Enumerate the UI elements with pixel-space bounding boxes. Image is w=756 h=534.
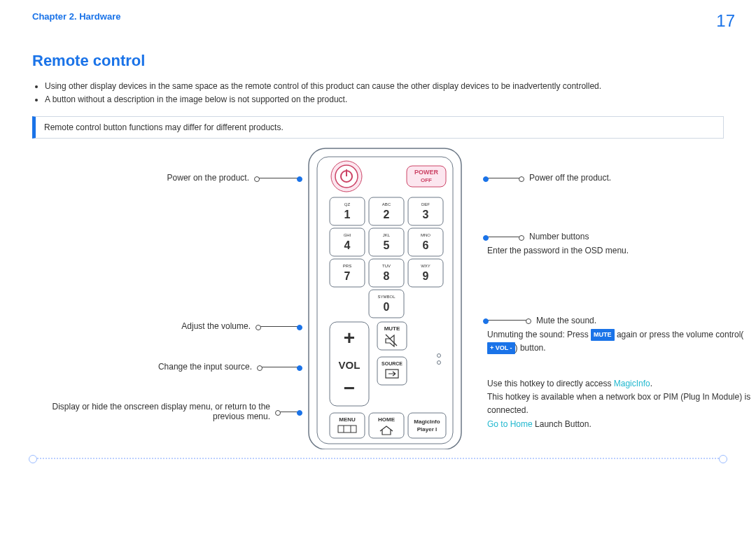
svg-text:0: 0 bbox=[384, 301, 390, 313]
label-magicinfo-desc: This hotkey is available when a network … bbox=[487, 391, 756, 417]
svg-text:−: − bbox=[344, 377, 355, 399]
mute-tag-icon: MUTE bbox=[591, 329, 615, 340]
label-power-on: Power on the product. bbox=[167, 173, 249, 183]
svg-text:QZ: QZ bbox=[344, 202, 351, 206]
svg-text:MNO: MNO bbox=[421, 233, 430, 237]
label-number-buttons: Number buttons bbox=[529, 232, 589, 241]
svg-text:9: 9 bbox=[423, 270, 429, 282]
svg-text:8: 8 bbox=[384, 270, 390, 282]
page-divider bbox=[32, 458, 724, 459]
label-mute: Mute the sound. bbox=[536, 316, 596, 325]
svg-text:7: 7 bbox=[344, 270, 351, 282]
header-bar: Chapter 2. Hardware 17 bbox=[0, 0, 756, 38]
svg-text:SOURCE: SOURCE bbox=[382, 361, 402, 366]
svg-text:DEF: DEF bbox=[421, 202, 430, 206]
svg-rect-46 bbox=[408, 413, 446, 438]
svg-text:3: 3 bbox=[423, 209, 429, 220]
label-magicinfo: Use this hotkey to directly access Magic… bbox=[487, 377, 756, 391]
svg-text:GHI: GHI bbox=[344, 233, 351, 237]
note-box: Remote control button functions may diff… bbox=[32, 116, 724, 139]
page-title: Remote control bbox=[32, 52, 724, 70]
label-mute-desc: Unmuting the sound: Press MUTE again or … bbox=[487, 328, 756, 355]
remote-diagram: Power on the product. Adjust the volume.… bbox=[32, 146, 724, 468]
svg-text:MENU: MENU bbox=[339, 416, 356, 423]
bullet-item: A button without a description in the im… bbox=[45, 93, 724, 106]
svg-text:SYMBOL: SYMBOL bbox=[377, 295, 396, 299]
svg-text:POWER: POWER bbox=[414, 169, 439, 176]
svg-text:PRS: PRS bbox=[343, 264, 351, 268]
svg-text:ABC: ABC bbox=[382, 202, 391, 206]
svg-text:MagicInfo: MagicInfo bbox=[414, 419, 440, 425]
chapter-label: Chapter 2. Hardware bbox=[32, 11, 120, 31]
remote-illustration: POWER OFF QZ1ABC2DEF3GHI4JKL5MNO6PRS7TUV… bbox=[302, 141, 484, 451]
label-volume: Adjust the volume. bbox=[181, 321, 251, 331]
svg-text:1: 1 bbox=[344, 209, 351, 220]
svg-text:6: 6 bbox=[423, 239, 429, 251]
svg-text:4: 4 bbox=[344, 239, 351, 251]
svg-text:HOME: HOME bbox=[378, 416, 396, 423]
svg-text:5: 5 bbox=[384, 239, 390, 251]
svg-text:WXY: WXY bbox=[421, 264, 430, 268]
label-menu: Display or hide the onscreen display men… bbox=[46, 402, 270, 421]
svg-text:+: + bbox=[344, 327, 355, 349]
svg-text:MUTE: MUTE bbox=[384, 325, 400, 332]
svg-text:OFF: OFF bbox=[421, 177, 432, 183]
svg-text:JKL: JKL bbox=[383, 233, 391, 237]
svg-text:TUV: TUV bbox=[382, 264, 391, 268]
vol-tag-icon: + VOL - bbox=[487, 342, 515, 353]
label-number-desc: Enter the password in the OSD menu. bbox=[487, 244, 756, 258]
label-home: Go to Home Launch Button. bbox=[487, 418, 756, 431]
svg-text:2: 2 bbox=[384, 209, 390, 220]
page-number: 17 bbox=[716, 11, 735, 31]
svg-text:VOL: VOL bbox=[339, 359, 360, 371]
bullet-item: Using other display devices in the same … bbox=[45, 80, 724, 93]
label-power-off: Power off the product. bbox=[529, 173, 611, 183]
svg-text:Player I: Player I bbox=[417, 426, 437, 433]
label-source: Change the input source. bbox=[158, 362, 252, 372]
bullet-list: Using other display devices in the same … bbox=[45, 80, 724, 106]
